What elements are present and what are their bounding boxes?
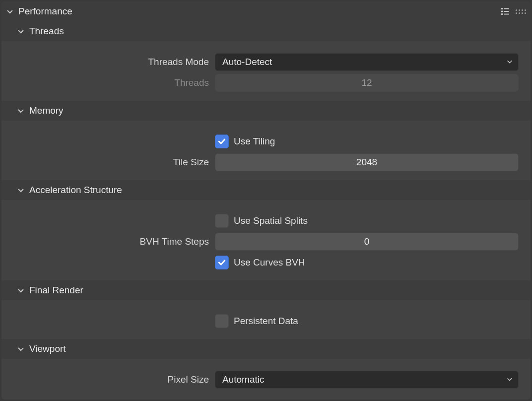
svg-rect-3: [504, 11, 509, 12]
spatial-splits-checkbox[interactable]: [215, 214, 229, 228]
threads-mode-row: Threads Mode Auto-Detect: [1, 52, 531, 72]
tile-size-label: Tile Size: [1, 157, 215, 168]
threads-header[interactable]: Threads: [1, 21, 531, 41]
svg-point-4: [501, 13, 503, 15]
svg-point-0: [501, 8, 503, 10]
final-render-header[interactable]: Final Render: [1, 280, 531, 300]
use-tiling-checkbox[interactable]: [215, 134, 229, 148]
curves-bvh-checkbox[interactable]: [215, 256, 229, 269]
viewport-header[interactable]: Viewport: [1, 339, 531, 359]
tile-size-row: Tile Size 2048: [1, 152, 531, 172]
persistent-data-row: Persistent Data: [1, 311, 531, 331]
bvh-time-steps-row: BVH Time Steps 0: [1, 232, 531, 252]
chevron-down-icon: [15, 185, 26, 196]
chevron-down-icon: [4, 6, 15, 17]
chevron-down-icon: [506, 374, 513, 385]
pixel-size-label: Pixel Size: [1, 374, 215, 385]
use-tiling-label: Use Tiling: [234, 136, 275, 147]
bvh-time-steps-label: BVH Time Steps: [1, 236, 215, 247]
threads-body: Threads Mode Auto-Detect Threads 12: [1, 41, 531, 101]
threads-mode-label: Threads Mode: [1, 57, 215, 67]
accel-header[interactable]: Acceleration Structure: [1, 180, 531, 200]
bvh-time-steps-field[interactable]: 0: [215, 233, 519, 251]
memory-title: Memory: [29, 105, 64, 116]
chevron-down-icon: [15, 26, 26, 37]
final-render-body: Persistent Data: [1, 300, 531, 339]
svg-rect-5: [504, 14, 509, 15]
memory-header[interactable]: Memory: [1, 101, 531, 121]
spatial-splits-row: Use Spatial Splits: [1, 211, 531, 231]
threads-mode-value: Auto-Detect: [222, 57, 272, 67]
pixel-size-value: Automatic: [222, 374, 264, 385]
persistent-data-checkbox[interactable]: [215, 314, 229, 328]
threads-count-row: Threads 12: [1, 73, 531, 93]
curves-bvh-row: Use Curves BVH: [1, 253, 531, 272]
chevron-down-icon: [15, 343, 26, 354]
threads-count-field[interactable]: 12: [215, 74, 519, 92]
panel-header[interactable]: Performance: [1, 1, 531, 21]
threads-mode-dropdown[interactable]: Auto-Detect: [215, 53, 519, 71]
performance-panel: Performance Threads Threads Mode Auto-De…: [1, 1, 531, 400]
threads-count-value: 12: [361, 77, 372, 88]
persistent-data-label: Persistent Data: [234, 316, 298, 327]
threads-count-label: Threads: [1, 77, 215, 88]
tile-size-field[interactable]: 2048: [215, 153, 519, 171]
drag-handle-icon[interactable]: [515, 3, 527, 20]
svg-point-2: [501, 10, 503, 12]
memory-body: Use Tiling Tile Size 2048: [1, 121, 531, 180]
viewport-title: Viewport: [29, 343, 66, 354]
use-tiling-row: Use Tiling: [1, 132, 531, 151]
threads-title: Threads: [29, 26, 64, 37]
panel-title: Performance: [18, 6, 72, 17]
viewport-body: Pixel Size Automatic: [1, 359, 531, 398]
curves-bvh-label: Use Curves BVH: [234, 257, 305, 268]
options-list-icon[interactable]: [497, 3, 514, 20]
pixel-size-row: Pixel Size Automatic: [1, 370, 531, 390]
spatial-splits-label: Use Spatial Splits: [234, 215, 308, 226]
chevron-down-icon: [15, 285, 26, 296]
chevron-down-icon: [506, 57, 513, 67]
tile-size-value: 2048: [356, 157, 377, 168]
bvh-time-steps-value: 0: [364, 236, 370, 247]
final-render-title: Final Render: [29, 285, 83, 296]
accel-body: Use Spatial Splits BVH Time Steps 0 Use …: [1, 200, 531, 280]
pixel-size-dropdown[interactable]: Automatic: [215, 371, 519, 389]
chevron-down-icon: [15, 105, 26, 116]
accel-title: Acceleration Structure: [29, 185, 122, 196]
svg-rect-1: [504, 8, 509, 9]
